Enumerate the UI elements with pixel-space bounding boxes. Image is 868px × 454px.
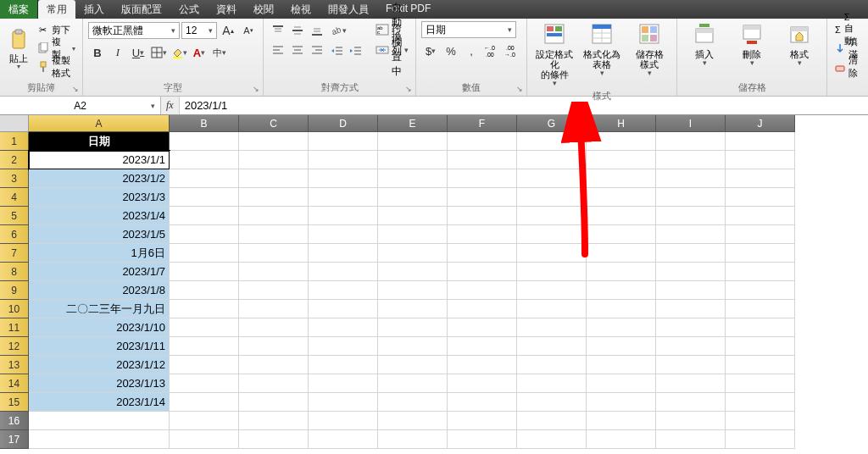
cell-B9[interactable] [170, 281, 239, 300]
row-header-17[interactable]: 17 [0, 430, 29, 449]
font-color-button[interactable]: A [190, 43, 209, 62]
row-header-12[interactable]: 12 [0, 337, 29, 356]
column-header-A[interactable]: A [29, 115, 170, 132]
cell-I16[interactable] [656, 412, 726, 430]
cell-F13[interactable] [448, 356, 517, 374]
cell-J3[interactable] [726, 169, 795, 188]
cell-D14[interactable] [309, 374, 378, 393]
cell-D3[interactable] [309, 169, 378, 188]
cell-B6[interactable] [170, 225, 239, 244]
cell-C6[interactable] [239, 225, 309, 244]
column-header-J[interactable]: J [726, 115, 795, 132]
orientation-button[interactable]: ab [328, 21, 347, 40]
tab-review[interactable]: 校閱 [245, 0, 282, 19]
row-header-6[interactable]: 6 [0, 225, 29, 244]
row-header-8[interactable]: 8 [0, 263, 29, 281]
cell-D5[interactable] [309, 207, 378, 225]
cell-F3[interactable] [448, 169, 517, 188]
align-left-button[interactable] [269, 41, 287, 59]
row-header-15[interactable]: 15 [0, 393, 29, 412]
cell-G2[interactable] [517, 151, 587, 169]
cell-D7[interactable] [309, 244, 378, 263]
grow-font-button[interactable]: A▴ [219, 21, 237, 40]
cell-B12[interactable] [170, 337, 239, 356]
cell-A10[interactable]: 二〇二三年一月九日 [29, 300, 170, 318]
cell-B8[interactable] [170, 263, 239, 281]
insert-cells-button[interactable]: 插入 [682, 21, 726, 68]
cell-D8[interactable] [309, 263, 378, 281]
cell-C11[interactable] [239, 318, 309, 337]
cell-E15[interactable] [378, 393, 448, 412]
conditional-formatting-button[interactable]: 設定格式化 的條件 [532, 21, 576, 88]
clipboard-dialog-launcher[interactable]: ↘ [70, 84, 81, 94]
cell-A2[interactable]: 2023/1/1 [29, 151, 170, 169]
cell-D11[interactable] [309, 318, 378, 337]
cell-C12[interactable] [239, 337, 309, 356]
row-header-13[interactable]: 13 [0, 356, 29, 374]
cell-I5[interactable] [656, 207, 726, 225]
cell-E1[interactable] [378, 132, 448, 151]
clear-button[interactable]: 清除 [832, 58, 863, 75]
cell-D9[interactable] [309, 281, 378, 300]
underline-button[interactable]: U [129, 43, 147, 62]
cell-E8[interactable] [378, 263, 448, 281]
tab-home[interactable]: 常用 [38, 0, 75, 19]
cell-G10[interactable] [517, 300, 587, 318]
cell-J13[interactable] [726, 356, 795, 374]
cell-E10[interactable] [378, 300, 448, 318]
cell-J6[interactable] [726, 225, 795, 244]
cell-C8[interactable] [239, 263, 309, 281]
cell-G7[interactable] [517, 244, 587, 263]
cell-A5[interactable]: 2023/1/4 [29, 207, 170, 225]
cell-G14[interactable] [517, 374, 587, 393]
cell-B2[interactable] [170, 151, 239, 169]
cell-H9[interactable] [587, 281, 656, 300]
cell-E5[interactable] [378, 207, 448, 225]
align-bottom-button[interactable] [308, 21, 326, 40]
cell-A3[interactable]: 2023/1/2 [29, 169, 170, 188]
cell-I8[interactable] [656, 263, 726, 281]
italic-button[interactable]: I [108, 43, 127, 62]
cell-G3[interactable] [517, 169, 587, 188]
cell-I13[interactable] [656, 356, 726, 374]
cell-C2[interactable] [239, 151, 309, 169]
cell-F14[interactable] [448, 374, 517, 393]
row-header-3[interactable]: 3 [0, 169, 29, 188]
delete-cells-button[interactable]: 刪除 [730, 21, 774, 68]
percent-button[interactable]: % [442, 42, 460, 60]
cell-B17[interactable] [170, 430, 239, 449]
cell-I14[interactable] [656, 374, 726, 393]
cell-A9[interactable]: 2023/1/8 [29, 281, 170, 300]
cell-E14[interactable] [378, 374, 448, 393]
row-header-4[interactable]: 4 [0, 188, 29, 207]
row-header-1[interactable]: 1 [0, 132, 29, 151]
format-painter-button[interactable]: 複製格式 [36, 58, 77, 75]
tab-file[interactable]: 檔案 [0, 0, 38, 19]
cell-D6[interactable] [309, 225, 378, 244]
cell-B13[interactable] [170, 356, 239, 374]
cell-G4[interactable] [517, 188, 587, 207]
align-top-button[interactable] [269, 21, 287, 40]
cell-J8[interactable] [726, 263, 795, 281]
format-cells-button[interactable]: 格式 [777, 21, 821, 68]
cell-F1[interactable] [448, 132, 517, 151]
cell-I2[interactable] [656, 151, 726, 169]
border-button[interactable] [149, 43, 168, 62]
cell-E13[interactable] [378, 356, 448, 374]
shrink-font-button[interactable]: A▾ [239, 21, 258, 40]
cell-E3[interactable] [378, 169, 448, 188]
cell-I4[interactable] [656, 188, 726, 207]
cell-C1[interactable] [239, 132, 309, 151]
name-box[interactable]: A2 [0, 97, 161, 114]
cell-H14[interactable] [587, 374, 656, 393]
cell-B15[interactable] [170, 393, 239, 412]
cell-C17[interactable] [239, 430, 309, 449]
cell-I3[interactable] [656, 169, 726, 188]
cell-J2[interactable] [726, 151, 795, 169]
number-dialog-launcher[interactable]: ↘ [515, 84, 525, 94]
cell-I17[interactable] [656, 430, 726, 449]
cell-C4[interactable] [239, 188, 309, 207]
cell-H16[interactable] [587, 412, 656, 430]
cell-H8[interactable] [587, 263, 656, 281]
column-header-H[interactable]: H [587, 115, 656, 132]
